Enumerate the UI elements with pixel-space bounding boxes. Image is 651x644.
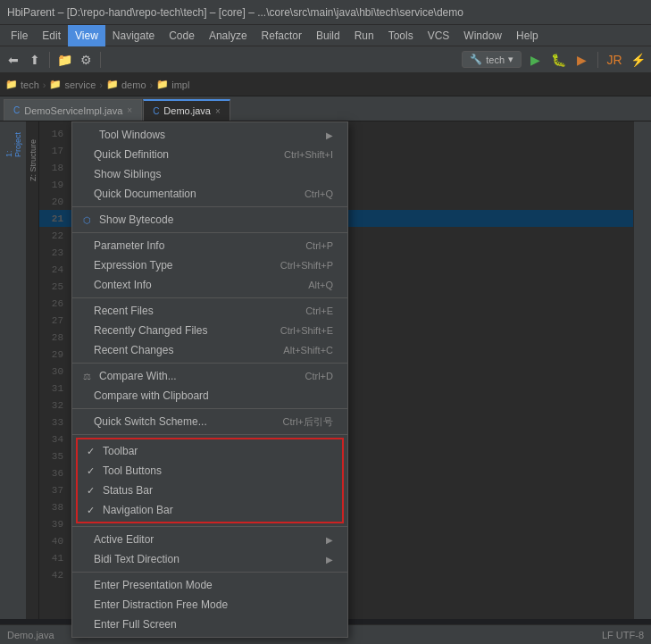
menu-entry-show-siblings[interactable]: Show Siblings — [72, 164, 347, 184]
folder-icon-3: 📁 — [106, 79, 119, 90]
navigation-bar-label: Navigation Bar — [103, 504, 173, 516]
menu-tools[interactable]: Tools — [381, 25, 421, 46]
menu-file[interactable]: File — [4, 25, 35, 46]
tech-dropdown-icon: ▾ — [508, 54, 513, 65]
toolbar-forward[interactable]: ⬆ — [25, 50, 45, 70]
recent-changes-shortcut: Alt+Shift+C — [283, 345, 333, 355]
distraction-free-label: Enter Distraction Free Mode — [94, 598, 228, 611]
menu-entry-bidi-text[interactable]: Bidi Text Direction ▶ — [72, 549, 347, 569]
breadcrumb-demo-label: demo — [121, 79, 146, 90]
menu-run[interactable]: Run — [347, 25, 381, 46]
menu-view[interactable]: View — [68, 25, 105, 46]
menu-code[interactable]: Code — [162, 25, 202, 46]
tech-selector[interactable]: 🔧 tech ▾ — [462, 51, 522, 68]
menu-entry-quick-documentation[interactable]: Quick Documentation Ctrl+Q — [72, 184, 347, 204]
title-text: HbiParent – [D:\repo-hand\repo-tech\tech… — [7, 6, 463, 19]
menu-entry-recently-changed[interactable]: Recently Changed Files Ctrl+Shift+E — [72, 321, 347, 340]
tab-close-1[interactable]: × — [127, 105, 132, 115]
menu-entry-toolbar[interactable]: Toolbar — [78, 441, 342, 461]
menu-entry-compare-with[interactable]: ⚖ Compare With... Ctrl+D — [72, 366, 347, 386]
menu-entry-compare-clipboard[interactable]: Compare with Clipboard — [72, 386, 347, 406]
status-text: Demo.java — [7, 630, 54, 640]
bidi-text-label: Bidi Text Direction — [94, 553, 179, 565]
menu-edit[interactable]: Edit — [35, 25, 68, 46]
menu-entry-expression-type[interactable]: Expression Type Ctrl+Shift+P — [72, 255, 347, 275]
toolbar-back[interactable]: ⬅ — [4, 50, 23, 70]
compare-with-label: Compare With... — [99, 370, 177, 382]
parameter-info-shortcut: Ctrl+P — [305, 240, 333, 251]
structure-label[interactable]: Z: Structure — [29, 139, 38, 181]
folder-icon-2: 📁 — [49, 79, 62, 90]
menu-entry-tool-windows[interactable]: Tool Windows ▶ — [72, 125, 347, 145]
breadcrumb-sep-1: › — [43, 79, 46, 90]
tab-close-2[interactable]: × — [215, 106, 221, 116]
menu-entry-presentation-mode[interactable]: Enter Presentation Mode — [72, 575, 347, 595]
breadcrumb-tech-label: tech — [21, 79, 39, 90]
sidebar-project-icon[interactable]: 1: Project — [5, 134, 21, 155]
quick-definition-shortcut: Ctrl+Shift+I — [284, 149, 333, 160]
expression-type-shortcut: Ctrl+Shift+P — [280, 260, 333, 271]
toolbar-sep-3 — [597, 52, 598, 68]
quick-definition-label: Quick Definition — [94, 148, 169, 161]
quick-documentation-label: Quick Documentation — [94, 188, 196, 200]
menu-entry-parameter-info[interactable]: Parameter Info Ctrl+P — [72, 236, 347, 255]
menu-entry-distraction-free[interactable]: Enter Distraction Free Mode — [72, 595, 347, 615]
toolbar-folder[interactable]: 📁 — [54, 50, 74, 70]
toolbar-jrebel2[interactable]: ⚡ — [628, 50, 647, 70]
menu-help[interactable]: Help — [509, 25, 546, 46]
toolbar-settings[interactable]: ⚙ — [76, 50, 96, 70]
menu-entry-tool-buttons[interactable]: Tool Buttons — [78, 461, 342, 481]
toolbar-debug[interactable]: 🐛 — [548, 50, 568, 70]
toolbar-jrebel[interactable]: JR — [605, 50, 624, 70]
main-area: 1: Project Z: Structure 16 17 18 s BaseS… — [0, 121, 651, 619]
menu-divider-3 — [72, 297, 347, 298]
breadcrumb-tech[interactable]: 📁 tech — [5, 79, 39, 90]
compare-with-shortcut: Ctrl+D — [305, 371, 333, 381]
menu-entry-context-info[interactable]: Context Info Alt+Q — [72, 275, 347, 295]
menu-entry-status-bar[interactable]: Status Bar — [78, 481, 342, 500]
breadcrumb-demo[interactable]: 📁 demo — [106, 79, 146, 90]
menu-entry-quick-switch[interactable]: Quick Switch Scheme... Ctrl+后引号 — [72, 412, 347, 431]
menu-build[interactable]: Build — [309, 25, 347, 46]
menu-divider-6 — [72, 434, 347, 435]
menu-analyze[interactable]: Analyze — [202, 25, 255, 46]
checked-items-section: Toolbar Tool Buttons Status Bar Navigati… — [76, 438, 344, 523]
show-siblings-label: Show Siblings — [94, 168, 161, 180]
structure-panel: Z: Structure — [27, 121, 39, 619]
menu-entry-active-editor[interactable]: Active Editor ▶ — [72, 530, 347, 549]
tab-demoserviceimpl[interactable]: C DemoServiceImpl.java × — [4, 99, 142, 121]
menu-refactor[interactable]: Refactor — [255, 25, 309, 46]
menu-vcs[interactable]: VCS — [421, 25, 457, 46]
menu-divider-2 — [72, 232, 347, 233]
menu-entry-recent-files[interactable]: Recent Files Ctrl+E — [72, 301, 347, 321]
breadcrumb-sep-3: › — [150, 79, 154, 90]
breadcrumb-service-label: service — [64, 79, 96, 90]
menu-window[interactable]: Window — [456, 25, 509, 46]
expression-type-label: Expression Type — [94, 259, 173, 272]
menu-entry-recent-changes[interactable]: Recent Changes Alt+Shift+C — [72, 340, 347, 360]
breadcrumb-impl[interactable]: 📁 impl — [156, 79, 189, 90]
toolbar-run2[interactable]: ▶ — [572, 50, 591, 70]
menu-entry-full-screen[interactable]: Enter Full Screen — [72, 615, 347, 634]
tab-label-2: Demo.java — [163, 105, 211, 116]
tool-buttons-label: Tool Buttons — [103, 464, 162, 477]
menu-divider-4 — [72, 363, 347, 364]
tab-icon-2: C — [153, 106, 159, 116]
status-bar-label: Status Bar — [103, 484, 153, 497]
tab-demo[interactable]: C Demo.java × — [143, 99, 230, 121]
tab-label-1: DemoServiceImpl.java — [24, 105, 122, 116]
quick-switch-shortcut: Ctrl+后引号 — [282, 415, 333, 429]
toolbar-sep-2 — [100, 52, 101, 68]
menu-divider-7 — [72, 526, 347, 527]
menu-entry-quick-definition[interactable]: Quick Definition Ctrl+Shift+I — [72, 145, 347, 164]
title-bar: HbiParent – [D:\repo-hand\repo-tech\tech… — [0, 0, 651, 25]
menu-entry-show-bytecode[interactable]: ⬡ Show Bytecode — [72, 210, 347, 230]
toolbar-run[interactable]: ▶ — [525, 50, 545, 70]
breadcrumb-service[interactable]: 📁 service — [49, 79, 96, 90]
view-dropdown-menu: Tool Windows ▶ Quick Definition Ctrl+Shi… — [71, 121, 348, 638]
menu-navigate[interactable]: Navigate — [105, 25, 162, 46]
tech-label: tech — [486, 54, 505, 65]
recently-changed-label: Recently Changed Files — [94, 324, 207, 337]
recent-files-label: Recent Files — [94, 305, 154, 317]
menu-entry-navigation-bar[interactable]: Navigation Bar — [78, 500, 342, 520]
